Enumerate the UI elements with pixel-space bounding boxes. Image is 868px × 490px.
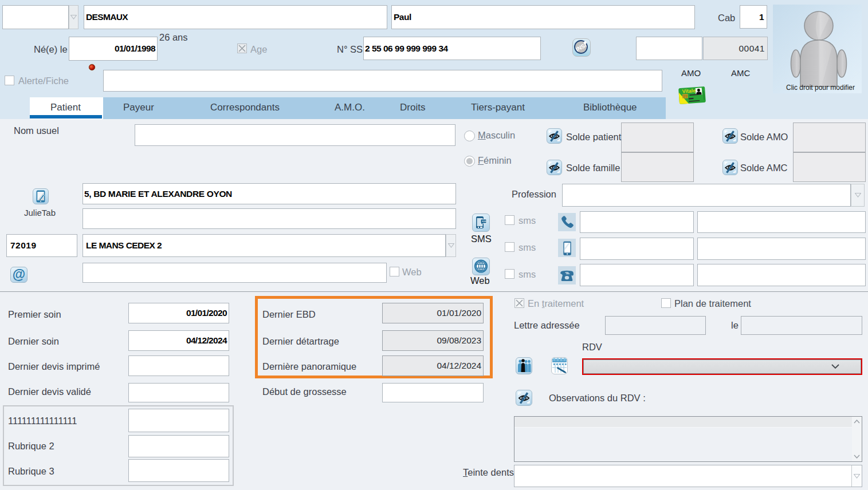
svg-text:Vitale: Vitale [682, 88, 696, 94]
svg-text:Clic droit pour modifier: Clic droit pour modifier [786, 84, 855, 92]
